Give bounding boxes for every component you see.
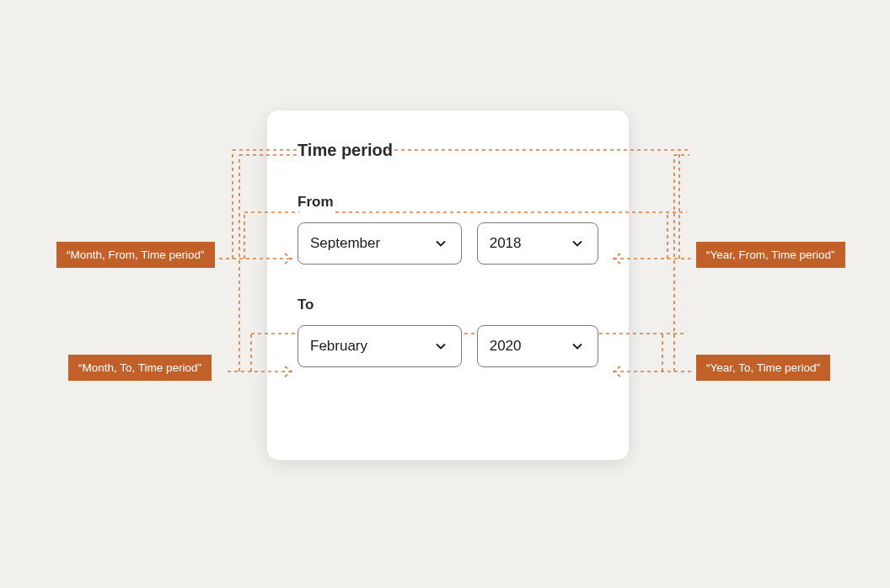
card-title: Time period xyxy=(298,141,393,160)
to-row: February 2020 xyxy=(298,325,598,367)
to-label: To xyxy=(298,297,314,313)
to-group: To February 2020 xyxy=(298,297,598,367)
to-year-value: 2020 xyxy=(490,338,522,355)
to-month-value: February xyxy=(310,338,367,355)
annotation-month-from: “Month, From, Time period” xyxy=(56,242,215,268)
to-month-select[interactable]: February xyxy=(298,325,462,367)
from-year-value: 2018 xyxy=(490,235,522,252)
from-group: From September 2018 xyxy=(298,194,598,265)
annotation-month-to: “Month, To, Time period” xyxy=(68,355,212,381)
annotation-year-to: “Year, To, Time period” xyxy=(696,355,830,381)
from-year-select[interactable]: 2018 xyxy=(477,222,598,265)
from-month-value: September xyxy=(310,235,380,252)
from-row: September 2018 xyxy=(298,222,598,265)
from-month-select[interactable]: September xyxy=(298,222,462,265)
chevron-down-icon xyxy=(432,235,449,252)
chevron-down-icon xyxy=(569,338,586,355)
from-label: From xyxy=(298,194,334,211)
annotation-year-from: “Year, From, Time period” xyxy=(696,242,845,268)
chevron-down-icon xyxy=(569,235,586,252)
chevron-down-icon xyxy=(432,338,449,355)
to-year-select[interactable]: 2020 xyxy=(477,325,598,367)
time-period-card: Time period From September 2018 To Febru… xyxy=(267,110,629,460)
